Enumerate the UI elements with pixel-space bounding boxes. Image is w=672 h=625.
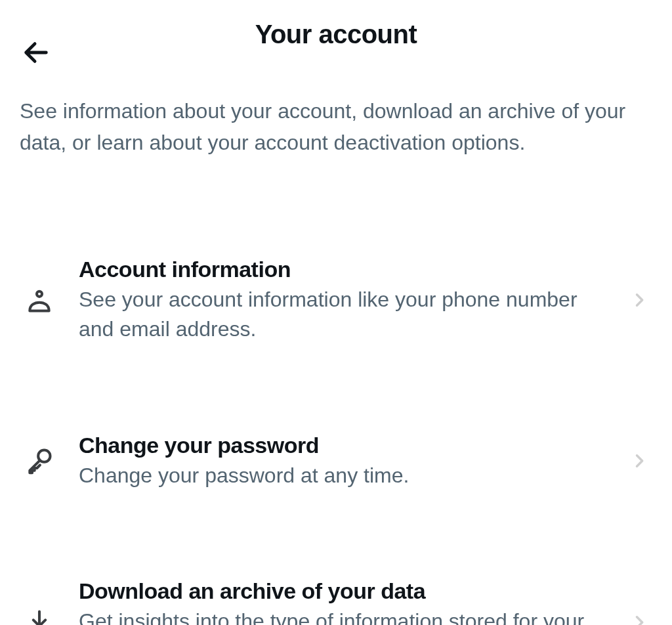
arrow-left-icon: [21, 37, 51, 68]
menu-item-subtitle: Change your password at any time.: [79, 461, 613, 490]
menu-item-title: Account information: [79, 257, 613, 282]
menu-text: Change your password Change your passwor…: [59, 433, 626, 490]
menu-item-download-archive[interactable]: Download an archive of your data Get ins…: [0, 559, 672, 625]
menu-list: Account information See your account inf…: [0, 171, 672, 625]
chevron-right-icon: [626, 613, 652, 625]
menu-item-subtitle: Get insights into the type of informatio…: [79, 607, 613, 625]
page-description: See information about your account, down…: [0, 62, 672, 171]
menu-item-title: Download an archive of your data: [79, 578, 613, 604]
menu-text: Download an archive of your data Get ins…: [59, 578, 626, 625]
key-icon: [20, 446, 59, 475]
menu-item-change-password[interactable]: Change your password Change your passwor…: [0, 413, 672, 510]
chevron-right-icon: [626, 291, 652, 309]
menu-text: Account information See your account inf…: [59, 257, 626, 344]
menu-item-title: Change your password: [79, 433, 613, 458]
menu-item-account-information[interactable]: Account information See your account inf…: [0, 237, 672, 364]
chevron-right-icon: [626, 452, 652, 470]
menu-item-subtitle: See your account information like your p…: [79, 285, 613, 344]
back-button[interactable]: [20, 36, 52, 69]
svg-point-0: [37, 291, 42, 297]
page-title: Your account: [20, 20, 652, 49]
page-header: Your account: [0, 0, 672, 62]
person-icon: [20, 286, 59, 314]
download-icon: [20, 608, 59, 625]
